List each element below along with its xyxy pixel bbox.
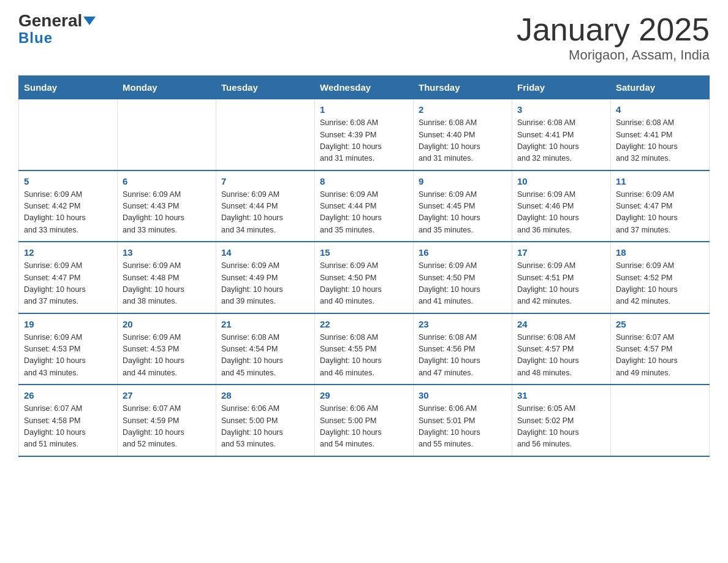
cell-week4-day4: 30Sunrise: 6:06 AMSunset: 5:01 PMDayligh…	[414, 385, 512, 456]
day-number: 12	[24, 247, 112, 258]
cell-week3-day5: 24Sunrise: 6:08 AMSunset: 4:57 PMDayligh…	[512, 313, 611, 385]
cell-week0-day5: 3Sunrise: 6:08 AMSunset: 4:41 PMDaylight…	[512, 99, 611, 170]
cell-week0-day0	[19, 99, 118, 170]
day-number: 10	[517, 176, 605, 186]
logo-general: General	[18, 12, 82, 29]
cell-week1-day3: 8Sunrise: 6:09 AMSunset: 4:44 PMDaylight…	[315, 170, 414, 242]
day-info: Sunrise: 6:06 AMSunset: 5:01 PMDaylight:…	[419, 403, 507, 451]
day-info: Sunrise: 6:09 AMSunset: 4:48 PMDaylight:…	[123, 260, 211, 308]
logo-arrow-icon	[83, 17, 96, 25]
day-info: Sunrise: 6:09 AMSunset: 4:46 PMDaylight:…	[517, 189, 605, 237]
day-number: 29	[320, 390, 408, 400]
day-info: Sunrise: 6:09 AMSunset: 4:49 PMDaylight:…	[221, 260, 309, 308]
col-friday: Friday	[512, 76, 611, 99]
cell-week1-day0: 5Sunrise: 6:09 AMSunset: 4:42 PMDaylight…	[19, 170, 118, 242]
day-number: 31	[517, 390, 605, 400]
day-number: 27	[123, 390, 211, 400]
col-saturday: Saturday	[611, 76, 710, 99]
calendar-table: Sunday Monday Tuesday Wednesday Thursday…	[18, 75, 710, 457]
col-tuesday: Tuesday	[216, 76, 315, 99]
day-number: 28	[221, 390, 309, 400]
day-number: 19	[24, 319, 112, 329]
cell-week2-day0: 12Sunrise: 6:09 AMSunset: 4:47 PMDayligh…	[19, 242, 118, 313]
calendar-title: January 2025	[517, 12, 710, 47]
logo-blue: Blue	[18, 29, 53, 47]
day-number: 21	[221, 319, 309, 329]
day-number: 15	[320, 247, 408, 258]
cell-week2-day1: 13Sunrise: 6:09 AMSunset: 4:48 PMDayligh…	[118, 242, 216, 313]
day-number: 22	[320, 319, 408, 329]
day-info: Sunrise: 6:09 AMSunset: 4:45 PMDaylight:…	[419, 189, 507, 237]
day-info: Sunrise: 6:09 AMSunset: 4:50 PMDaylight:…	[419, 260, 507, 308]
day-info: Sunrise: 6:08 AMSunset: 4:57 PMDaylight:…	[517, 332, 605, 380]
cell-week2-day4: 16Sunrise: 6:09 AMSunset: 4:50 PMDayligh…	[414, 242, 512, 313]
week-row-3: 19Sunrise: 6:09 AMSunset: 4:53 PMDayligh…	[19, 313, 710, 385]
cell-week4-day0: 26Sunrise: 6:07 AMSunset: 4:58 PMDayligh…	[19, 385, 118, 456]
cell-week4-day1: 27Sunrise: 6:07 AMSunset: 4:59 PMDayligh…	[118, 385, 216, 456]
day-number: 18	[616, 247, 704, 258]
day-number: 30	[419, 390, 507, 400]
logo: General Blue	[18, 12, 96, 47]
cell-week0-day6: 4Sunrise: 6:08 AMSunset: 4:41 PMDaylight…	[611, 99, 710, 170]
week-row-2: 12Sunrise: 6:09 AMSunset: 4:47 PMDayligh…	[19, 242, 710, 313]
cell-week2-day2: 14Sunrise: 6:09 AMSunset: 4:49 PMDayligh…	[216, 242, 315, 313]
cell-week3-day4: 23Sunrise: 6:08 AMSunset: 4:56 PMDayligh…	[414, 313, 512, 385]
cell-week2-day6: 18Sunrise: 6:09 AMSunset: 4:52 PMDayligh…	[611, 242, 710, 313]
day-number: 3	[517, 104, 605, 115]
day-info: Sunrise: 6:09 AMSunset: 4:51 PMDaylight:…	[517, 260, 605, 308]
page-header: General Blue January 2025 Morigaon, Assa…	[18, 12, 710, 63]
cell-week3-day2: 21Sunrise: 6:08 AMSunset: 4:54 PMDayligh…	[216, 313, 315, 385]
day-number: 17	[517, 247, 605, 258]
day-number: 5	[24, 176, 112, 186]
day-info: Sunrise: 6:09 AMSunset: 4:52 PMDaylight:…	[616, 260, 704, 308]
cell-week3-day1: 20Sunrise: 6:09 AMSunset: 4:53 PMDayligh…	[118, 313, 216, 385]
day-info: Sunrise: 6:09 AMSunset: 4:47 PMDaylight:…	[24, 260, 112, 308]
day-number: 25	[616, 319, 704, 329]
day-number: 26	[24, 390, 112, 400]
day-info: Sunrise: 6:07 AMSunset: 4:58 PMDaylight:…	[24, 403, 112, 451]
cell-week4-day6	[611, 385, 710, 456]
calendar-header-row: Sunday Monday Tuesday Wednesday Thursday…	[19, 76, 710, 99]
day-info: Sunrise: 6:08 AMSunset: 4:39 PMDaylight:…	[320, 117, 408, 165]
cell-week3-day6: 25Sunrise: 6:07 AMSunset: 4:57 PMDayligh…	[611, 313, 710, 385]
col-monday: Monday	[118, 76, 216, 99]
day-number: 1	[320, 104, 408, 115]
day-number: 4	[616, 104, 704, 115]
day-number: 11	[616, 176, 704, 186]
day-number: 16	[419, 247, 507, 258]
cell-week0-day4: 2Sunrise: 6:08 AMSunset: 4:40 PMDaylight…	[414, 99, 512, 170]
cell-week0-day3: 1Sunrise: 6:08 AMSunset: 4:39 PMDaylight…	[315, 99, 414, 170]
day-info: Sunrise: 6:09 AMSunset: 4:53 PMDaylight:…	[24, 332, 112, 380]
day-number: 20	[123, 319, 211, 329]
day-info: Sunrise: 6:06 AMSunset: 5:00 PMDaylight:…	[320, 403, 408, 451]
day-number: 23	[419, 319, 507, 329]
day-info: Sunrise: 6:09 AMSunset: 4:50 PMDaylight:…	[320, 260, 408, 308]
cell-week4-day5: 31Sunrise: 6:05 AMSunset: 5:02 PMDayligh…	[512, 385, 611, 456]
day-info: Sunrise: 6:09 AMSunset: 4:42 PMDaylight:…	[24, 189, 112, 237]
day-number: 14	[221, 247, 309, 258]
day-number: 6	[123, 176, 211, 186]
day-number: 9	[419, 176, 507, 186]
calendar-subtitle: Morigaon, Assam, India	[517, 47, 710, 63]
week-row-1: 5Sunrise: 6:09 AMSunset: 4:42 PMDaylight…	[19, 170, 710, 242]
cell-week4-day3: 29Sunrise: 6:06 AMSunset: 5:00 PMDayligh…	[315, 385, 414, 456]
day-number: 13	[123, 247, 211, 258]
day-info: Sunrise: 6:09 AMSunset: 4:43 PMDaylight:…	[123, 189, 211, 237]
day-info: Sunrise: 6:09 AMSunset: 4:44 PMDaylight:…	[320, 189, 408, 237]
cell-week1-day6: 11Sunrise: 6:09 AMSunset: 4:47 PMDayligh…	[611, 170, 710, 242]
day-info: Sunrise: 6:08 AMSunset: 4:41 PMDaylight:…	[616, 117, 704, 165]
cell-week0-day1	[118, 99, 216, 170]
cell-week1-day1: 6Sunrise: 6:09 AMSunset: 4:43 PMDaylight…	[118, 170, 216, 242]
day-info: Sunrise: 6:07 AMSunset: 4:57 PMDaylight:…	[616, 332, 704, 380]
day-info: Sunrise: 6:09 AMSunset: 4:47 PMDaylight:…	[616, 189, 704, 237]
day-info: Sunrise: 6:07 AMSunset: 4:59 PMDaylight:…	[123, 403, 211, 451]
cell-week2-day5: 17Sunrise: 6:09 AMSunset: 4:51 PMDayligh…	[512, 242, 611, 313]
cell-week3-day3: 22Sunrise: 6:08 AMSunset: 4:55 PMDayligh…	[315, 313, 414, 385]
day-info: Sunrise: 6:08 AMSunset: 4:56 PMDaylight:…	[419, 332, 507, 380]
cell-week4-day2: 28Sunrise: 6:06 AMSunset: 5:00 PMDayligh…	[216, 385, 315, 456]
day-number: 2	[419, 104, 507, 115]
col-wednesday: Wednesday	[315, 76, 414, 99]
day-info: Sunrise: 6:09 AMSunset: 4:53 PMDaylight:…	[123, 332, 211, 380]
title-block: January 2025 Morigaon, Assam, India	[517, 12, 710, 63]
day-info: Sunrise: 6:08 AMSunset: 4:41 PMDaylight:…	[517, 117, 605, 165]
